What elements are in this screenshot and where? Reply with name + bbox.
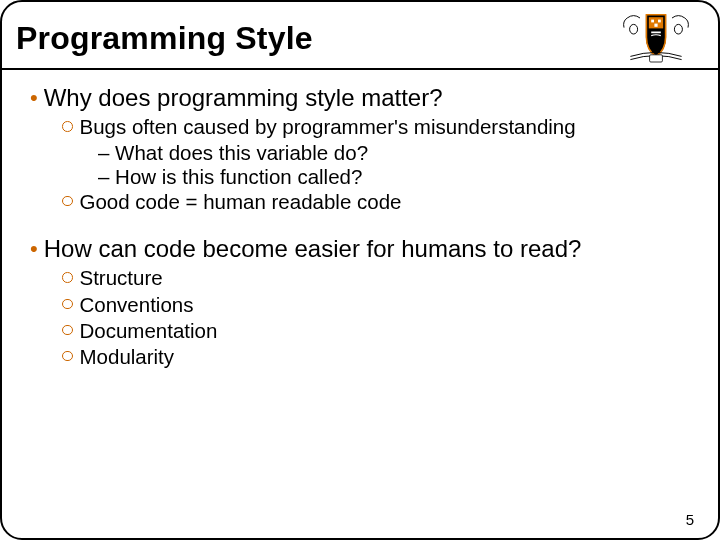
svg-rect-3 xyxy=(651,20,654,23)
svg-rect-4 xyxy=(658,20,661,23)
section1-heading: Why does programming style matter? xyxy=(44,84,443,112)
section1-sub2: Good code = human readable code xyxy=(80,190,402,214)
bullet-level2: Structure xyxy=(16,265,704,291)
slide-title: Programming Style xyxy=(16,20,313,57)
section2-item: Documentation xyxy=(80,319,218,343)
bullet-ring-icon xyxy=(62,196,73,207)
section2-heading: How can code become easier for humans to… xyxy=(44,235,582,263)
slide-frame: Programming Style xyxy=(0,0,720,540)
page-number: 5 xyxy=(686,511,694,528)
section2-item: Conventions xyxy=(80,293,194,317)
section2-item: Modularity xyxy=(80,345,175,369)
bullet-ring-icon xyxy=(62,272,73,283)
bullet-level3: – What does this variable do? xyxy=(16,141,704,165)
bullet-dot-icon: • xyxy=(30,235,38,263)
bullet-ring-icon xyxy=(62,121,73,132)
svg-rect-5 xyxy=(654,24,657,27)
bullet-level2: Modularity xyxy=(16,344,704,370)
bullet-level2: Bugs often caused by programmer's misund… xyxy=(16,114,704,140)
bullet-level1: • How can code become easier for humans … xyxy=(16,229,704,265)
bullet-dot-icon: • xyxy=(30,84,38,112)
slide-body: • Why does programming style matter? Bug… xyxy=(2,70,718,370)
princeton-shield-icon xyxy=(616,10,696,66)
section1-sub1: Bugs often caused by programmer's misund… xyxy=(80,115,576,139)
section2-item: Structure xyxy=(80,266,163,290)
svg-point-1 xyxy=(674,24,682,34)
bullet-level1: • Why does programming style matter? xyxy=(16,78,704,114)
bullet-level2: Good code = human readable code xyxy=(16,189,704,215)
bullet-ring-icon xyxy=(62,325,73,336)
bullet-ring-icon xyxy=(62,299,73,310)
spacer xyxy=(16,215,704,229)
bullet-level2: Documentation xyxy=(16,318,704,344)
bullet-ring-icon xyxy=(62,351,73,362)
bullet-level3: – How is this function called? xyxy=(16,165,704,189)
svg-rect-6 xyxy=(650,55,663,62)
svg-point-0 xyxy=(630,24,638,34)
title-row: Programming Style xyxy=(2,2,718,70)
bullet-level2: Conventions xyxy=(16,292,704,318)
